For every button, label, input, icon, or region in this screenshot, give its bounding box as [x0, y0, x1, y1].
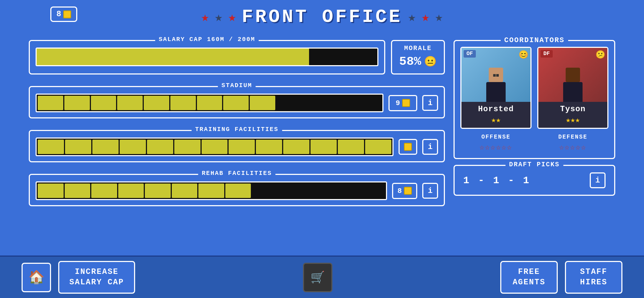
defense-char [563, 68, 583, 102]
stadium-bar-area [36, 94, 383, 112]
star-dark-2: ★ [408, 9, 416, 25]
staff-hires-label: STAFF HIRES [580, 267, 607, 287]
seg9 [250, 96, 275, 110]
free-agents-button[interactable]: FREE AGENTS [500, 261, 558, 294]
star-red-1: ★ [201, 9, 209, 25]
free-agents-label: FREE AGENTS [512, 267, 545, 287]
draft-picks-info-button[interactable]: i [590, 172, 606, 188]
coins-display: 8 [50, 6, 77, 22]
offense-coord-img: OF 😊 ◼◼ [461, 48, 530, 102]
defense-rating-label: DEFENSE [537, 134, 608, 140]
draft-picks-value: 1 - 1 - 1 [463, 175, 530, 186]
home-icon: 🏠 [28, 270, 45, 285]
defense-coord-stars: ★★★ [541, 115, 604, 125]
main-content: SALARY CAP 160M / 200M MORALE 58% 😐 STAD… [0, 35, 644, 206]
star-red-3: ★ [422, 9, 429, 25]
offense-rating-label: OFFENSE [460, 134, 532, 140]
offense-coord-bg: OF 😊 ◼◼ [461, 48, 530, 102]
coin-icon [63, 10, 71, 18]
page-title: FRONT OFFICE [242, 6, 402, 28]
seg2 [64, 96, 90, 110]
increase-salary-cap-label: INCREASE SALARY CAP [69, 267, 124, 287]
defense-rating-stars: ☆☆☆☆☆ [537, 143, 608, 152]
stadium-cost-badge: 9 [388, 95, 417, 111]
morale-section: MORALE 58% 😐 [391, 40, 445, 74]
defense-coord-img: DF 😕 [538, 48, 607, 102]
defense-rating-box: DEFENSE ☆☆☆☆☆ [537, 134, 608, 152]
offense-coord-name: Horsted [464, 105, 528, 114]
offense-body [486, 82, 506, 102]
off-def-ratings: OFFENSE ☆☆☆☆☆☆ DEFENSE ☆☆☆☆☆ [460, 134, 608, 152]
offense-name-area: Horsted ★★ [461, 102, 530, 128]
rehab-row: 8 i [36, 181, 438, 200]
stadium-label: STADIUM [218, 82, 256, 89]
seg3 [91, 96, 116, 110]
defense-body [563, 82, 583, 102]
title-area: ★ ★ ★ FRONT OFFICE ★ ★ ★ [201, 6, 443, 28]
cart-button[interactable]: 🛒 [303, 263, 332, 292]
staff-hires-button[interactable]: STAFF HIRES [565, 261, 622, 294]
salary-cap-label: SALARY CAP 160M / 200M [155, 36, 259, 43]
defense-coord-bg: DF 😕 [538, 48, 607, 102]
defense-coord-name: Tyson [541, 105, 604, 114]
rehab-label: REHAB FACILITIES [198, 170, 275, 177]
rehab-bar-area [36, 181, 387, 200]
training-cost-badge [399, 139, 417, 155]
morale-value-row: 58% 😐 [399, 55, 437, 68]
training-info-button[interactable]: i [422, 139, 438, 155]
stadium-cost: 9 [396, 99, 400, 107]
seg4 [117, 96, 143, 110]
rehab-cost: 8 [397, 187, 402, 195]
rehab-section: REHAB FACILITIES [29, 174, 445, 206]
offense-rating-box: OFFENSE ☆☆☆☆☆☆ [460, 134, 532, 152]
rehab-info-button[interactable]: i [422, 183, 438, 199]
increase-salary-cap-button[interactable]: INCREASE SALARY CAP [58, 261, 135, 294]
seg11 [303, 96, 328, 110]
offense-position-badge: OF [464, 50, 476, 58]
seg7 [197, 96, 222, 110]
stadium-info-button[interactable]: i [422, 95, 438, 111]
draft-picks-box: DRAFT PICKS 1 - 1 - 1 i [454, 165, 615, 196]
star-dark-1: ★ [215, 9, 222, 25]
offense-head: ◼◼ [489, 68, 503, 82]
rehab-bar [36, 181, 387, 200]
stadium-section: STADIUM [29, 86, 445, 118]
seg1 [38, 96, 63, 110]
training-bar [36, 137, 394, 156]
morale-label: MORALE [399, 45, 437, 52]
rehab-coin-icon [404, 187, 412, 195]
salary-cap-fill [37, 49, 309, 65]
defense-emoji-badge: 😕 [595, 50, 605, 60]
offense-glasses: ◼◼ [493, 72, 499, 78]
morale-value: 58% [399, 55, 421, 68]
draft-picks-label: DRAFT PICKS [506, 161, 564, 168]
cart-icon: 🛒 [310, 270, 325, 285]
star-dark-3: ★ [435, 9, 443, 25]
offense-emoji-badge: 😊 [519, 50, 528, 60]
offense-char: ◼◼ [486, 68, 506, 102]
offense-coordinator-card[interactable]: OF 😊 ◼◼ [460, 47, 532, 129]
seg10 [276, 96, 302, 110]
defense-coordinator-card[interactable]: DF 😕 Tyson ★★★ [537, 47, 608, 129]
seg12 [329, 96, 355, 110]
training-coin-icon [404, 143, 412, 151]
coordinators-label: COORDINATORS [501, 36, 568, 44]
seg8 [223, 96, 249, 110]
stadium-bar [36, 94, 383, 112]
header: 8 ★ ★ ★ FRONT OFFICE ★ ★ ★ [0, 0, 644, 31]
defense-name-area: Tyson ★★★ [538, 102, 607, 128]
stadium-coin-icon [402, 99, 410, 107]
coordinators-box: COORDINATORS OF 😊 [454, 40, 615, 159]
stadium-row: 9 i [36, 94, 438, 112]
morale-emoji: 😐 [424, 55, 437, 68]
defense-head [566, 68, 580, 82]
defense-position-badge: DF [540, 50, 553, 58]
star-red-2: ★ [228, 9, 236, 25]
seg13 [356, 96, 381, 110]
offense-rating-stars: ☆☆☆☆☆☆ [460, 143, 532, 152]
training-section: TRAINING FACILITIES [29, 130, 445, 162]
left-panel: SALARY CAP 160M / 200M MORALE 58% 😐 STAD… [29, 35, 445, 206]
coins-value: 8 [56, 10, 61, 19]
home-button[interactable]: 🏠 [22, 263, 51, 292]
salary-cap-bar [36, 48, 378, 66]
